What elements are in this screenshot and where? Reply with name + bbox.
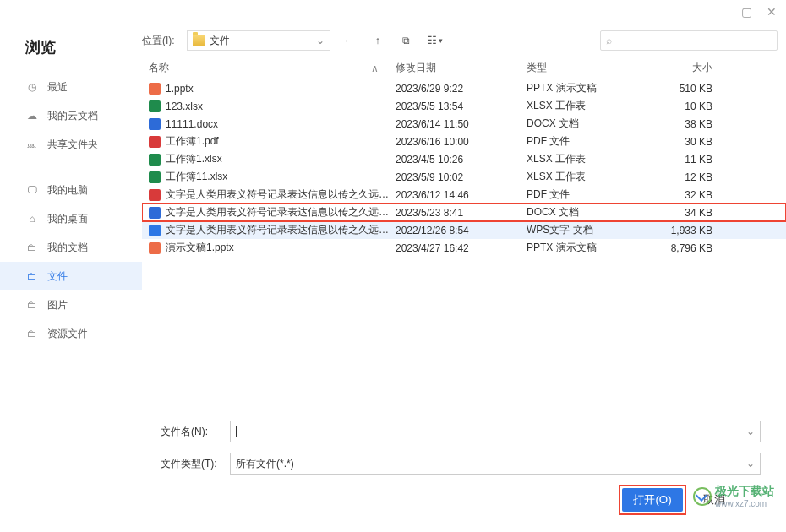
close-button[interactable]: ✕: [766, 6, 778, 18]
maximize-button[interactable]: ▢: [740, 6, 752, 18]
open-button[interactable]: 打开(O): [622, 488, 683, 512]
filename-label: 文件名(N):: [161, 425, 230, 439]
docx-icon: [149, 118, 161, 130]
file-row[interactable]: 11111.docx2023/6/14 11:50DOCX 文档38 KB: [142, 115, 786, 133]
file-name: 演示文稿1.pptx: [166, 241, 234, 255]
file-date: 2023/4/5 10:26: [396, 154, 527, 166]
filename-input[interactable]: ⌄: [230, 421, 761, 442]
sidebar-item-label: 我的云文档: [47, 109, 98, 123]
folder-icon: 🗀: [25, 269, 39, 283]
file-date: 2023/5/9 10:02: [396, 171, 527, 183]
file-row[interactable]: 文字是人类用表义符号记录表达信息以传之久远的…2022/12/26 8:54WP…: [142, 221, 786, 239]
sidebar-item[interactable]: 🗀文件: [0, 262, 142, 290]
location-dropdown[interactable]: 文件 ⌄: [187, 30, 330, 51]
open-button-highlight: 打开(O): [619, 485, 686, 515]
cancel-button[interactable]: 取消: [703, 492, 725, 508]
file-name: 工作簿11.xlsx: [166, 170, 227, 184]
file-type: PPTX 演示文稿: [527, 241, 645, 255]
file-row[interactable]: 工作簿1.pdf2023/6/16 10:00PDF 文件30 KB: [142, 133, 786, 150]
back-button[interactable]: ←: [339, 30, 359, 51]
file-name: 1.pptx: [166, 83, 194, 95]
folder-icon: [193, 35, 205, 46]
sidebar-item[interactable]: 🗀资源文件: [0, 319, 142, 348]
file-size: 12 KB: [645, 171, 712, 183]
file-date: 2023/6/14 11:50: [396, 118, 527, 130]
file-row[interactable]: 文字是人类用表义符号记录表达信息以传之久远的…2023/6/12 14:46PD…: [142, 186, 786, 204]
view-button[interactable]: ☷ ▾: [425, 30, 445, 51]
file-name: 文字是人类用表义符号记录表达信息以传之久远的…: [166, 223, 396, 237]
file-name: 工作簿1.xlsx: [166, 152, 222, 166]
file-date: 2023/6/12 14:46: [396, 189, 527, 201]
new-window-button[interactable]: ⧉: [396, 30, 417, 51]
sidebar-item[interactable]: ◷最近: [0, 73, 142, 101]
column-headers[interactable]: 名称 ∧ 修改日期 类型 大小: [142, 57, 786, 79]
file-size: 30 KB: [645, 136, 712, 148]
file-date: 2023/5/5 13:54: [396, 100, 527, 112]
file-row[interactable]: 工作簿11.xlsx2023/5/9 10:02XLSX 工作表12 KB: [142, 168, 786, 186]
up-button[interactable]: ↑: [368, 30, 388, 51]
column-type[interactable]: 类型: [527, 61, 645, 75]
pptx-icon: [149, 242, 161, 254]
file-row[interactable]: 工作簿1.xlsx2023/4/5 10:26XLSX 工作表11 KB: [142, 150, 786, 168]
file-type: PDF 文件: [527, 134, 645, 149]
file-date: 2023/6/16 10:00: [396, 136, 527, 148]
file-name: 11111.docx: [166, 118, 218, 130]
file-row[interactable]: 1.pptx2023/6/29 9:22PPTX 演示文稿510 KB: [142, 79, 786, 97]
file-row[interactable]: 123.xlsx2023/5/5 13:54XLSX 工作表10 KB: [142, 97, 786, 115]
filetype-select[interactable]: 所有文件(*.*) ⌄: [230, 453, 761, 475]
cloud-icon: ☁: [25, 109, 39, 122]
sidebar-item-label: 我的文档: [47, 241, 88, 255]
sidebar-item[interactable]: ☁我的云文档: [0, 101, 142, 130]
column-name[interactable]: 名称: [149, 61, 169, 75]
monitor-icon: 🖵: [25, 183, 39, 197]
location-value: 文件: [210, 34, 230, 48]
sidebar-item[interactable]: 🗀我的文档: [0, 233, 142, 262]
folder-icon: 🗀: [25, 298, 39, 312]
file-list: 1.pptx2023/6/29 9:22PPTX 演示文稿510 KB123.x…: [142, 79, 786, 412]
file-size: 510 KB: [645, 83, 712, 95]
chevron-down-icon: ⌄: [746, 458, 755, 470]
folder-icon: 🗀: [25, 327, 39, 340]
search-icon: ⌕: [606, 35, 612, 46]
file-row[interactable]: 演示文稿1.pptx2023/4/27 16:42PPTX 演示文稿8,796 …: [142, 239, 786, 257]
file-name: 工作簿1.pdf: [166, 134, 219, 149]
file-type: DOCX 文档: [527, 205, 645, 220]
file-type: PDF 文件: [527, 187, 645, 202]
wps-icon: [149, 225, 161, 236]
file-type: XLSX 工作表: [527, 152, 645, 166]
chevron-down-icon: ⌄: [316, 35, 325, 46]
file-row[interactable]: 文字是人类用表义符号记录表达信息以传之久远的…2023/5/23 8:41DOC…: [142, 204, 786, 221]
sidebar: 浏览 ◷最近☁我的云文档⅏共享文件夹 🖵我的电脑⌂我的桌面🗀我的文档🗀文件🗀图片…: [0, 24, 142, 412]
xlsx-icon: [149, 171, 161, 183]
clock-icon: ◷: [25, 80, 39, 94]
sidebar-item-label: 最近: [47, 80, 68, 95]
file-date: 2023/5/23 8:41: [396, 207, 527, 219]
sidebar-item-label: 文件: [47, 269, 68, 284]
sidebar-item[interactable]: 🗀图片: [0, 290, 142, 319]
search-input[interactable]: ⌕: [600, 30, 778, 51]
chevron-down-icon: ▾: [439, 36, 443, 45]
sort-indicator-icon: ∧: [371, 62, 379, 74]
file-size: 10 KB: [645, 100, 712, 112]
file-date: 2023/4/27 16:42: [396, 242, 527, 254]
sidebar-item[interactable]: 🖵我的电脑: [0, 176, 142, 204]
filetype-value: 所有文件(*.*): [236, 457, 294, 471]
share-icon: ⅏: [25, 138, 39, 151]
pdf-icon: [149, 136, 161, 148]
content-pane: 位置(I): 文件 ⌄ ← ↑ ⧉ ☷ ▾ ⌕: [142, 24, 786, 412]
sidebar-item[interactable]: ⌂我的桌面: [0, 204, 142, 233]
sidebar-item-label: 资源文件: [47, 327, 88, 341]
bottom-panel: 文件名(N): ⌄ 文件类型(T): 所有文件(*.*) ⌄ 打开(O) 取消 …: [0, 412, 786, 532]
chevron-down-icon: ⌄: [746, 426, 755, 437]
file-type: PPTX 演示文稿: [527, 81, 645, 95]
main-area: 浏览 ◷最近☁我的云文档⅏共享文件夹 🖵我的电脑⌂我的桌面🗀我的文档🗀文件🗀图片…: [0, 24, 786, 412]
docx-icon: [149, 207, 161, 219]
column-size[interactable]: 大小: [645, 61, 712, 75]
column-date[interactable]: 修改日期: [396, 61, 527, 75]
file-name: 文字是人类用表义符号记录表达信息以传之久远的…: [166, 205, 396, 220]
pdf-icon: [149, 189, 161, 201]
text-cursor: [236, 426, 237, 437]
sidebar-item[interactable]: ⅏共享文件夹: [0, 130, 142, 159]
file-open-dialog: ▢ ✕ 浏览 ◷最近☁我的云文档⅏共享文件夹 🖵我的电脑⌂我的桌面🗀我的文档🗀文…: [0, 0, 786, 532]
sidebar-item-label: 图片: [47, 298, 68, 312]
